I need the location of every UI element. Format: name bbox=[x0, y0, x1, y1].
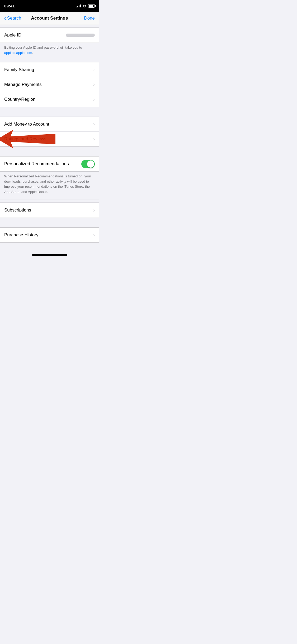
section2-group: Add Money to Account › Ratings and Revie… bbox=[0, 117, 99, 147]
apple-id-link[interactable]: appleid.apple.com bbox=[4, 51, 32, 55]
family-sharing-label: Family Sharing bbox=[4, 67, 34, 72]
family-sharing-row[interactable]: Family Sharing › bbox=[0, 62, 99, 77]
add-money-chevron-icon: › bbox=[93, 121, 95, 127]
apple-id-description: Editing your Apple ID and password will … bbox=[0, 43, 99, 59]
ratings-reviews-chevron-icon: › bbox=[93, 136, 95, 142]
status-time: 09:41 bbox=[4, 4, 15, 8]
toggle-knob bbox=[87, 160, 94, 168]
apple-id-label: Apple ID bbox=[4, 33, 21, 38]
content: Apple ID Editing your Apple ID and passw… bbox=[0, 25, 99, 268]
battery-icon bbox=[88, 4, 95, 8]
apple-id-group: Apple ID bbox=[0, 27, 99, 43]
section-gap-7 bbox=[0, 243, 99, 252]
personalized-rec-label: Personalized Recommendations bbox=[4, 161, 69, 167]
apple-id-row[interactable]: Apple ID bbox=[0, 28, 99, 43]
section3-group: Personalized Recommendations bbox=[0, 156, 99, 172]
manage-payments-chevron-icon: › bbox=[93, 82, 95, 87]
home-indicator-area bbox=[0, 254, 99, 268]
section4-group: Subscriptions › bbox=[0, 203, 99, 218]
home-indicator bbox=[32, 254, 67, 256]
personalized-rec-toggle[interactable] bbox=[81, 160, 95, 168]
manage-payments-row[interactable]: Manage Payments › bbox=[0, 77, 99, 92]
purchase-history-row[interactable]: Purchase History › bbox=[0, 228, 99, 242]
ratings-reviews-label: Ratings and Reviews bbox=[4, 136, 46, 142]
country-region-label: Country/Region bbox=[4, 97, 35, 102]
purchase-history-chevron-icon: › bbox=[93, 232, 95, 238]
section5-group: Purchase History › bbox=[0, 227, 99, 243]
done-button[interactable]: Done bbox=[84, 16, 95, 21]
subscriptions-chevron-icon: › bbox=[93, 208, 95, 213]
back-chevron-icon: ‹ bbox=[4, 15, 6, 21]
back-label: Search bbox=[7, 16, 21, 21]
country-region-row[interactable]: Country/Region › bbox=[0, 92, 99, 107]
section-gap-4 bbox=[0, 147, 99, 156]
section-gap-3 bbox=[0, 107, 99, 117]
subscriptions-label: Subscriptions bbox=[4, 208, 31, 213]
section-gap-6 bbox=[0, 218, 99, 227]
country-region-chevron-icon: › bbox=[93, 97, 95, 102]
personalized-rec-row[interactable]: Personalized Recommendations bbox=[0, 157, 99, 171]
add-money-row[interactable]: Add Money to Account › bbox=[0, 117, 99, 132]
status-bar: 09:41 bbox=[0, 0, 99, 12]
personalized-rec-description: When Personalized Recommendations is tur… bbox=[0, 172, 99, 200]
manage-payments-label: Manage Payments bbox=[4, 82, 42, 87]
apple-id-description-text: Editing your Apple ID and password will … bbox=[4, 45, 82, 55]
apple-id-redacted bbox=[66, 34, 95, 37]
section1-group: Family Sharing › Manage Payments › Count… bbox=[0, 62, 99, 107]
signal-icon bbox=[76, 4, 81, 7]
section-gap-2 bbox=[0, 59, 99, 62]
add-money-label: Add Money to Account bbox=[4, 122, 49, 127]
personalized-rec-description-text: When Personalized Recommendations is tur… bbox=[4, 174, 91, 194]
status-icons bbox=[76, 4, 95, 8]
subscriptions-row[interactable]: Subscriptions › bbox=[0, 203, 99, 218]
purchase-history-label: Purchase History bbox=[4, 232, 38, 238]
ratings-reviews-row[interactable]: Ratings and Reviews › bbox=[0, 132, 99, 146]
nav-bar: ‹ Search Account Settings Done bbox=[0, 12, 99, 25]
family-sharing-chevron-icon: › bbox=[93, 67, 95, 72]
section-gap-1 bbox=[0, 25, 99, 27]
apple-id-value bbox=[66, 34, 95, 37]
wifi-icon bbox=[82, 4, 87, 7]
section-gap-5 bbox=[0, 200, 99, 203]
page-title: Account Settings bbox=[31, 16, 68, 21]
back-button[interactable]: ‹ Search bbox=[4, 16, 21, 21]
